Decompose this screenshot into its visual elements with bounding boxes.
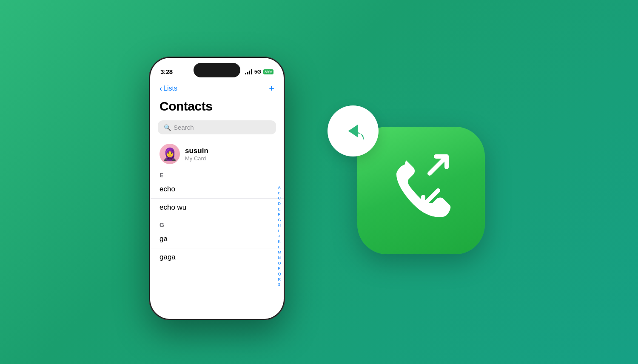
alpha-k[interactable]: K	[278, 239, 282, 245]
phone-app-icon	[357, 127, 485, 254]
signal-bar-2	[247, 72, 248, 74]
alpha-q[interactable]: Q	[278, 272, 282, 277]
alpha-r[interactable]: R	[278, 277, 282, 282]
alpha-m[interactable]: M	[278, 250, 282, 255]
search-placeholder: Search	[174, 124, 194, 131]
signal-bar-4	[251, 69, 252, 74]
search-icon: 🔍	[164, 124, 171, 131]
alpha-n[interactable]: N	[278, 256, 282, 261]
alpha-l[interactable]: L	[278, 245, 282, 250]
signal-bar-1	[245, 73, 246, 74]
section-header-e: E	[150, 170, 284, 180]
alpha-s[interactable]: S	[278, 282, 282, 287]
back-label: Lists	[163, 85, 177, 92]
iphone-screen: 3:28 5G 89% ‹	[150, 58, 284, 319]
phone-arrows-icon	[379, 148, 464, 233]
avatar-emoji: 🧕	[162, 147, 177, 161]
alpha-b[interactable]: B	[278, 191, 282, 196]
alpha-e[interactable]: E	[278, 207, 282, 212]
iphone-frame: 3:28 5G 89% ‹	[149, 57, 285, 320]
alpha-g[interactable]: G	[278, 218, 282, 223]
iphone-mockup: 3:28 5G 89% ‹	[149, 57, 285, 320]
contact-row-gaga[interactable]: gaga	[150, 248, 284, 266]
my-card-name: susuin	[185, 147, 208, 155]
page-title: Contacts	[160, 99, 274, 114]
contact-row-echo[interactable]: echo	[150, 180, 284, 198]
avatar: 🧕	[160, 144, 180, 164]
chevron-left-icon: ‹	[160, 85, 162, 92]
network-type: 5G	[254, 69, 261, 75]
dynamic-island	[194, 63, 240, 77]
status-icons: 5G 89%	[245, 69, 273, 75]
alpha-i[interactable]: I	[278, 229, 282, 234]
status-time: 3:28	[160, 68, 173, 75]
alpha-h[interactable]: H	[278, 223, 282, 228]
alpha-p[interactable]: P	[278, 266, 282, 271]
my-card-row[interactable]: 🧕 susuin My Card	[150, 140, 284, 170]
contact-row-ga[interactable]: ga	[150, 230, 284, 248]
reply-circle	[328, 105, 379, 156]
alpha-f[interactable]: F	[278, 212, 282, 217]
scene: 3:28 5G 89% ‹	[0, 0, 638, 364]
alpha-o[interactable]: O	[278, 261, 282, 266]
my-card-subtitle: My Card	[185, 155, 208, 162]
contact-row-echowu[interactable]: echo wu	[150, 198, 284, 216]
search-bar[interactable]: 🔍 Search	[158, 120, 276, 134]
signal-bars-icon	[245, 69, 252, 74]
contacts-header: Contacts	[150, 97, 284, 118]
svg-line-0	[430, 156, 447, 173]
back-button[interactable]: ‹ Lists	[160, 85, 177, 92]
section-header-g: G	[150, 220, 284, 230]
app-icon-area	[319, 93, 498, 271]
my-card-info: susuin My Card	[185, 147, 208, 162]
alphabet-index[interactable]: A B C D E F G H I J K L M N O P Q	[278, 185, 282, 287]
battery-percent: 89%	[263, 69, 273, 74]
signal-bar-3	[249, 71, 250, 74]
add-button[interactable]: +	[269, 83, 274, 94]
nav-bar: ‹ Lists +	[150, 81, 284, 97]
alpha-c[interactable]: C	[278, 196, 282, 201]
alpha-a[interactable]: A	[278, 185, 282, 191]
alpha-j[interactable]: J	[278, 234, 282, 239]
alpha-d[interactable]: D	[278, 202, 282, 207]
reply-arrow-icon	[340, 118, 366, 144]
